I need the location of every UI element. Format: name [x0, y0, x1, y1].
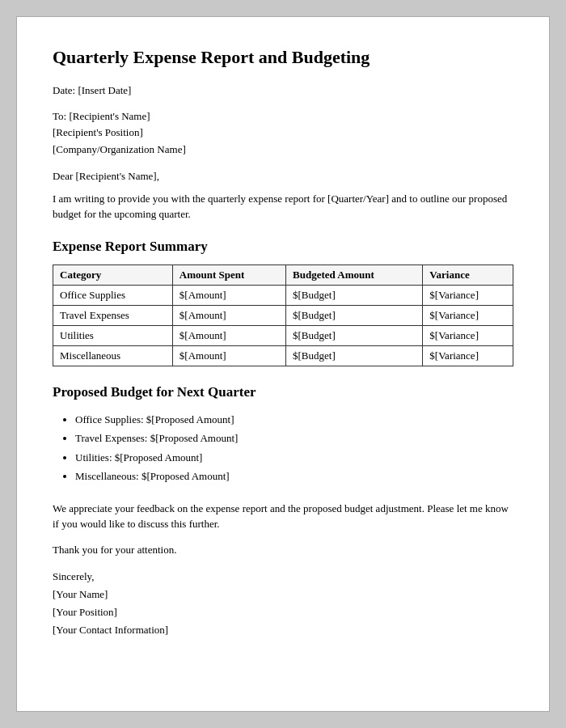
- table-row: Utilities$[Amount]$[Budget]$[Variance]: [53, 325, 513, 345]
- closing-line2: [Your Name]: [53, 586, 513, 603]
- table-cell: $[Variance]: [423, 325, 513, 345]
- table-cell: Miscellaneous: [53, 345, 173, 366]
- table-cell: $[Budget]: [286, 345, 423, 366]
- table-row: Travel Expenses$[Amount]$[Budget]$[Varia…: [53, 305, 513, 325]
- recipient-line1: To: [Recipient's Name]: [53, 108, 513, 125]
- budget-section-heading: Proposed Budget for Next Quarter: [53, 384, 513, 400]
- feedback-paragraph: We appreciate your feedback on the expen…: [53, 501, 513, 532]
- table-cell: Office Supplies: [53, 285, 173, 305]
- table-row: Office Supplies$[Amount]$[Budget]$[Varia…: [53, 285, 513, 305]
- table-cell: $[Budget]: [286, 325, 423, 345]
- table-cell: $[Amount]: [172, 305, 285, 325]
- intro-paragraph: I am writing to provide you with the qua…: [53, 191, 513, 222]
- recipient-line3: [Company/Organization Name]: [53, 142, 513, 159]
- list-item: Miscellaneous: $[Proposed Amount]: [75, 467, 513, 485]
- list-item: Office Supplies: $[Proposed Amount]: [75, 410, 513, 429]
- table-row: Miscellaneous$[Amount]$[Budget]$[Varianc…: [53, 345, 513, 366]
- list-item: Travel Expenses: $[Proposed Amount]: [75, 429, 513, 447]
- expense-section-heading: Expense Report Summary: [53, 239, 513, 255]
- table-cell: $[Amount]: [172, 285, 285, 305]
- table-cell: $[Budget]: [286, 285, 423, 305]
- recipient-line2: [Recipient's Position]: [53, 125, 513, 142]
- col-header-amount-spent: Amount Spent: [172, 265, 285, 285]
- budget-list: Office Supplies: $[Proposed Amount]Trave…: [53, 410, 513, 486]
- document-title: Quarterly Expense Report and Budgeting: [53, 46, 513, 70]
- expense-table: Category Amount Spent Budgeted Amount Va…: [53, 265, 513, 366]
- recipient-block: To: [Recipient's Name] [Recipient's Posi…: [53, 108, 513, 159]
- col-header-variance: Variance: [423, 265, 513, 285]
- table-cell: Travel Expenses: [53, 305, 173, 325]
- col-header-budgeted: Budgeted Amount: [286, 265, 423, 285]
- table-cell: $[Budget]: [286, 305, 423, 325]
- closing-line4: [Your Contact Information]: [53, 621, 513, 639]
- closing-line1: Sincerely,: [53, 568, 513, 586]
- table-cell: $[Variance]: [423, 305, 513, 325]
- thanks-line: Thank you for your attention.: [53, 544, 513, 557]
- closing-block: Sincerely, [Your Name] [Your Position] […: [53, 568, 513, 639]
- document-page: Quarterly Expense Report and Budgeting D…: [16, 16, 550, 712]
- list-item: Utilities: $[Proposed Amount]: [75, 448, 513, 467]
- table-cell: Utilities: [53, 325, 173, 345]
- table-cell: $[Variance]: [423, 345, 513, 366]
- table-header-row: Category Amount Spent Budgeted Amount Va…: [53, 265, 513, 285]
- col-header-category: Category: [53, 265, 173, 285]
- closing-line3: [Your Position]: [53, 603, 513, 621]
- greeting: Dear [Recipient's Name],: [53, 170, 513, 183]
- table-cell: $[Amount]: [172, 325, 285, 345]
- table-cell: $[Variance]: [423, 285, 513, 305]
- table-cell: $[Amount]: [172, 345, 285, 366]
- date-line: Date: [Insert Date]: [53, 84, 513, 97]
